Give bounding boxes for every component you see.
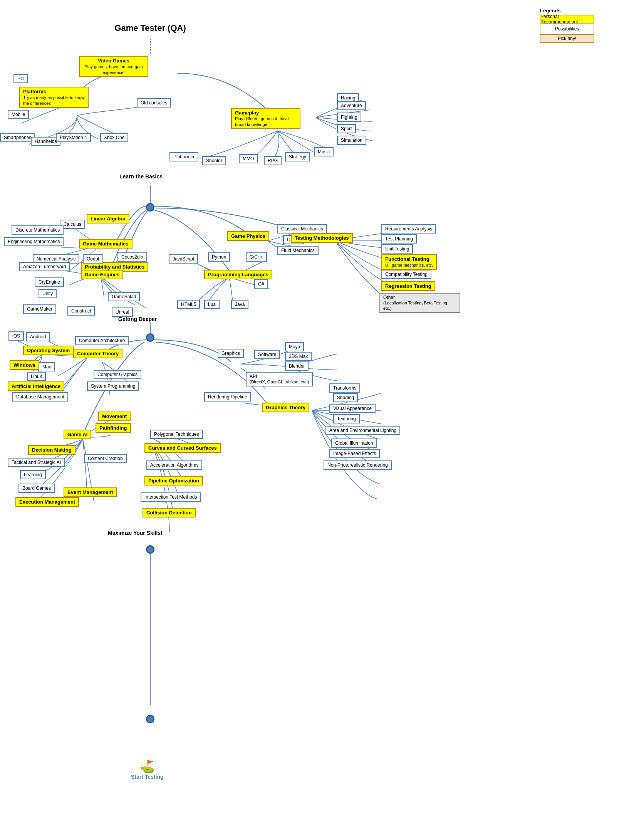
node-classical-mechanics: Classical Mechanics	[277, 224, 327, 234]
node-windows: Windows	[10, 360, 39, 370]
node-xbox-one: Xbox One	[100, 133, 128, 142]
node-rpg: RPG	[264, 156, 282, 165]
node-game-physics: Game Physics	[227, 231, 269, 241]
mind-map-container: Legends Personal Recommendation! Possibi…	[0, 0, 619, 840]
node-computer-architecture: Computer Architecture	[75, 336, 129, 345]
node-unit-testing: Unit Testing	[381, 244, 413, 254]
node-learning: Learning	[20, 470, 46, 479]
node-linear-algebra: Linear Algebra	[87, 214, 129, 223]
node-engineering-math: Engineering Mathematics	[4, 237, 64, 246]
node-maya: Maya	[285, 342, 304, 351]
node-godot: Godot	[83, 254, 103, 264]
node-graphics: Graphics	[218, 349, 244, 358]
node-game-engines: Game Engines	[81, 270, 123, 279]
legend-label-possibilities: Possibilities	[555, 26, 579, 32]
node-software: Software	[254, 350, 280, 359]
node-functional-testing: Functional TestingUI, game mechanics, et…	[381, 254, 437, 270]
node-discrete-math: Discrete Mathematics	[12, 225, 64, 235]
node-html5: HTML5	[177, 300, 200, 309]
node-playstation4: PlayStation 4	[56, 133, 91, 142]
node-blender: Blender	[285, 361, 309, 371]
node-testing-methodologies: Testing Methodologies	[291, 233, 353, 243]
legend-item-pick: Pick any!	[540, 34, 596, 43]
node-linux: Linux	[27, 372, 46, 381]
node-amazon-lumberyard: Amazon Lumberyard	[19, 262, 70, 271]
node-test-planning: Test Planning	[381, 234, 417, 244]
node-non-photorealistic: Non-Photorealistic Rendering	[324, 460, 392, 470]
node-collision-detection: Collision Detection	[143, 508, 196, 517]
node-api: API(DirectX, OpenGL, Vulkan, etc.)	[246, 372, 313, 386]
node-video-games: Video Games Play games, have fun and gai…	[79, 56, 148, 77]
node-cocos2dx: Cocos2d-x	[117, 252, 147, 262]
label-learn-basics: Learn the Basics	[119, 173, 163, 180]
node-content-creation: Content Creation	[84, 454, 127, 463]
node-mac: Mac	[39, 362, 55, 371]
node-shooter: Shooter	[202, 156, 226, 165]
node-intersection-test: Intersection Test Methods	[141, 492, 201, 502]
node-execution-management: Execution Management	[15, 497, 79, 507]
node-game-ai: Game AI	[64, 430, 91, 439]
dot-getting-deeper	[146, 333, 154, 342]
node-decision-making: Decision Making	[28, 445, 75, 455]
node-adventure: Adventure	[337, 101, 366, 110]
node-acceleration-algorithms: Acceleration Algorithms	[146, 460, 202, 470]
node-3dsmax: 3DS Max	[285, 352, 312, 361]
legend-item-possibilities: Possibilities	[540, 25, 596, 33]
node-requirements-analysis: Requirements Analysis	[381, 224, 436, 234]
node-event-management: Event Management	[64, 487, 117, 497]
dot-bottom	[146, 715, 154, 723]
legend-color-tan: Pick any!	[540, 34, 594, 43]
node-music: Music	[314, 147, 334, 156]
label-getting-deeper: Getting Deeper	[118, 316, 157, 322]
node-rendering-pipeline: Rendering Pipeline	[204, 392, 251, 402]
start-testing-icon: ⛳	[131, 759, 164, 774]
node-fluid-mechanics: Fluid Mechanics	[277, 246, 319, 255]
node-computer-graphics: Computer Graphics	[94, 370, 141, 379]
node-game-mathematics: Game Mathematics	[79, 239, 133, 249]
node-csharp: C#	[254, 279, 268, 289]
node-smartphones: Smartphones	[0, 133, 35, 142]
node-programming-languages: Programming Languages	[204, 270, 272, 279]
node-global-illumination: Global Illumination	[331, 438, 377, 448]
node-mobile: Mobile	[8, 110, 29, 119]
node-simulation: Simulation	[337, 136, 366, 145]
node-java: Java	[231, 300, 248, 309]
node-javascript: JavaScript	[169, 254, 198, 264]
node-gameplay: Gameplay Play different genres to have b…	[231, 108, 300, 129]
node-shading: Shading	[333, 393, 358, 402]
legend-item-recommendation: Personal Recommendation!	[540, 15, 596, 24]
node-lua: Lua	[204, 300, 220, 309]
legend-label-pick: Pick any!	[558, 36, 577, 41]
legend-color-white: Possibilities	[540, 25, 594, 33]
node-visual-appearance: Visual Appearance	[329, 404, 376, 413]
node-regression-testing: Regression Testing	[381, 281, 435, 291]
node-tactical-strategic-ai: Tactical and Strategic AI	[8, 458, 65, 467]
node-operating-system: Operating System	[23, 346, 74, 355]
node-database-management: Database Management	[12, 392, 68, 402]
legend-title: Legends	[540, 8, 596, 13]
node-unity: Unity	[39, 289, 57, 298]
label-maximize: Maximize Your Skills!	[108, 530, 163, 536]
node-compatibility-testing: Compatibility Testing	[381, 270, 431, 279]
dot-maximize	[146, 545, 154, 554]
node-artificial-intelligence: Artificial Intelligence	[8, 381, 64, 391]
node-gamemaker: GameMaker	[23, 304, 56, 314]
node-sport: Sport	[337, 124, 356, 133]
legend-label-recommendation: Personal Recommendation!	[540, 14, 594, 25]
node-python: Python	[208, 252, 230, 262]
page-title: Game Tester (QA)	[104, 23, 196, 33]
node-board-games: Board Games	[18, 484, 55, 493]
node-image-based-effects: Image-Based Effects	[329, 449, 380, 458]
node-pathfinding: Pathfinding	[96, 423, 131, 433]
node-platformer: Platformer	[169, 152, 198, 161]
node-android: Android	[26, 332, 50, 341]
node-other-testing: Other(Localization Testing, Beta Testing…	[379, 293, 460, 313]
node-gamesalad: GameSalad	[108, 292, 140, 301]
node-old-consoles: Old consoles	[137, 98, 171, 108]
node-strategy: Strategy	[285, 152, 310, 161]
start-testing[interactable]: ⛳ Start Testing	[131, 759, 164, 780]
start-testing-label[interactable]: Start Testing	[131, 774, 164, 780]
node-unreal: Unreal	[112, 307, 133, 317]
node-fighting: Fighting	[337, 113, 361, 122]
connections-svg	[0, 0, 619, 840]
